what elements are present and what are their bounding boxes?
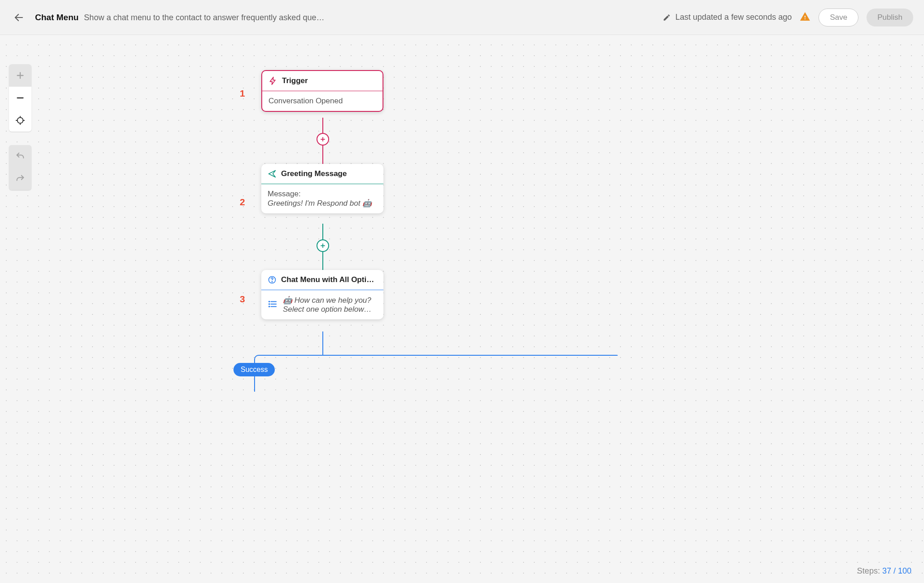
node-greeting[interactable]: Greeting Message Message: Greetings! I'm… [261,164,383,213]
callout-3: 3 [240,294,245,305]
lightning-icon [268,76,277,85]
steps-total: 100 [898,566,911,575]
connector-menu-branch [322,331,323,356]
branch-corner-left [254,355,260,361]
warning-icon [800,11,810,24]
svg-point-19 [269,304,270,305]
steps-current: 37 [882,566,891,575]
node-chat-menu-title: Chat Menu with All Opti… [281,275,374,284]
branch-horizontal [260,355,323,356]
page-subtitle: Show a chat menu to the contact to answe… [84,13,326,22]
plus-icon [320,136,326,142]
steps-label: Steps: [857,566,880,575]
plus-icon [320,243,326,249]
callout-2: 2 [240,197,245,208]
last-updated-text: Last updated a few seconds ago [675,13,792,22]
node-trigger-body: Conversation Opened [268,97,343,105]
pencil-icon [663,13,671,22]
node-greeting-message: Greetings! I'm Respond bot 🤖 [268,199,377,208]
node-trigger-title: Trigger [282,76,308,85]
publish-button[interactable]: Publish [867,9,913,26]
steps-sep: / [891,566,898,575]
branch-label-success[interactable]: Success [233,363,275,376]
header-bar: Chat Menu Show a chat menu to the contac… [0,0,924,35]
add-step-after-greeting[interactable] [317,239,329,252]
node-chat-menu-line2: Select one option below… [283,305,372,314]
back-button[interactable] [11,9,27,26]
steps-counter: Steps: 37 / 100 [857,566,911,576]
node-greeting-label: Message: [268,190,377,199]
add-step-after-trigger[interactable] [317,133,329,146]
svg-point-18 [269,301,270,302]
svg-point-20 [269,306,270,307]
send-icon [268,169,277,178]
svg-point-14 [272,282,272,282]
canvas[interactable]: 1 2 3 Trigger Conversation Opened [0,35,924,583]
arrow-left-icon [13,12,24,23]
list-icon [268,299,277,311]
branch-horizontal-right [323,355,618,356]
node-trigger[interactable]: Trigger Conversation Opened [261,70,383,112]
save-button[interactable]: Save [818,9,858,26]
node-chat-menu[interactable]: Chat Menu with All Opti… 🤖 How can we he… [261,270,383,319]
callout-1: 1 [240,88,245,99]
workflow-stage: 1 2 3 Trigger Conversation Opened [0,35,924,583]
node-chat-menu-line1: 🤖 How can we help you? [283,296,372,305]
page-title: Chat Menu [35,13,79,22]
question-circle-icon [268,275,277,284]
node-greeting-title: Greeting Message [281,169,347,178]
last-updated-block: Last updated a few seconds ago [663,13,792,22]
